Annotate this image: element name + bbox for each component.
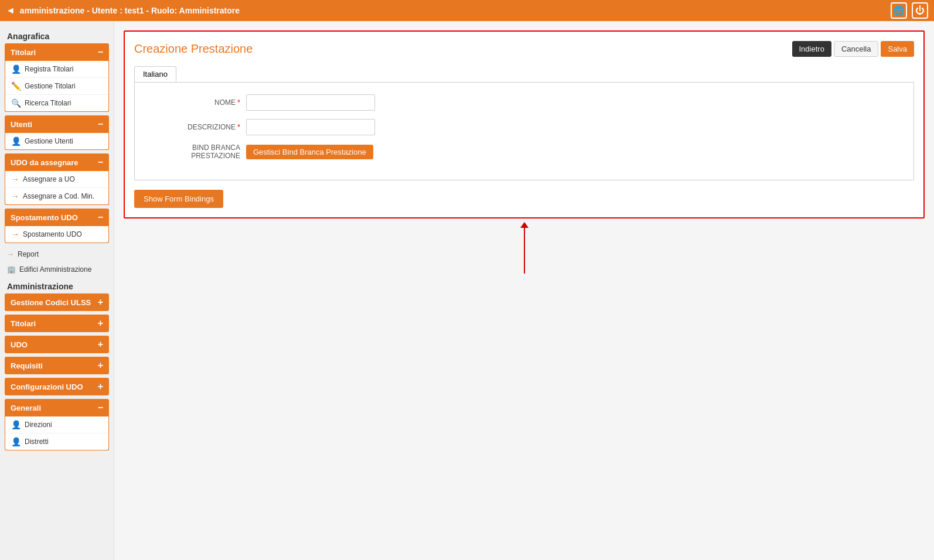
form-row-bind-branca: BIND BRANCA PRESTAZIONE Gestisci Bind Br… bbox=[146, 144, 902, 160]
sidebar-group-header-gestione-codici-ulss[interactable]: Gestione Codici ULSS + bbox=[5, 293, 109, 311]
btn-show-form-bindings[interactable]: Show Form Bindings bbox=[134, 190, 223, 208]
user-icon-2: 👤 bbox=[11, 136, 21, 146]
sidebar-item-gestione-titolari[interactable]: ✏️ Gestione Titolari bbox=[5, 78, 108, 95]
sidebar-group-label-utenti: Utenti bbox=[11, 120, 32, 129]
form-row-nome: NOME * bbox=[146, 94, 902, 111]
sidebar-group-header-configurazioni-udo[interactable]: Configurazioni UDO + bbox=[5, 378, 109, 395]
sidebar-group-header-generali[interactable]: Generali − bbox=[5, 399, 109, 416]
building-icon: 🏢 bbox=[7, 265, 16, 274]
sidebar-group-titolari: Titolari − 👤 Registra Titolari ✏️ Gestio… bbox=[5, 43, 109, 112]
topbar-title: amministrazione - Utente : test1 - Ruolo… bbox=[20, 6, 240, 15]
sidebar-group-titolari-admin: Titolari + bbox=[5, 315, 109, 332]
sidebar-group-spostamento-udo: Spostamento UDO − → Spostamento UDO bbox=[5, 209, 109, 243]
sidebar-item-assegnare-uo[interactable]: → Assegnare a UO bbox=[5, 171, 108, 188]
topbar: ◄ amministrazione - Utente : test1 - Ruo… bbox=[0, 0, 934, 21]
topbar-title-area: ◄ amministrazione - Utente : test1 - Ruo… bbox=[6, 5, 240, 16]
sidebar-label-assegnare-uo: Assegnare a UO bbox=[23, 175, 75, 183]
sidebar-group-items-udo-assegnare: → Assegnare a UO → Assegnare a Cod. Min. bbox=[5, 171, 109, 205]
tab-bar: Italiano bbox=[134, 66, 914, 82]
required-descrizione: * bbox=[237, 123, 240, 131]
user-icon-dist: 👤 bbox=[11, 437, 21, 446]
input-descrizione[interactable] bbox=[246, 119, 375, 135]
label-nome: NOME * bbox=[146, 98, 240, 107]
sidebar-item-spostamento-udo[interactable]: → Spostamento UDO bbox=[5, 226, 108, 243]
btn-indietro[interactable]: Indietro bbox=[792, 41, 831, 57]
tab-italiano[interactable]: Italiano bbox=[134, 66, 176, 82]
sidebar-toggle-titolari-admin: + bbox=[98, 318, 103, 329]
sidebar-item-registra-titolari[interactable]: 👤 Registra Titolari bbox=[5, 61, 108, 78]
sidebar-toggle-gestione-codici-ulss: + bbox=[98, 297, 103, 308]
sidebar-group-label-generali: Generali bbox=[11, 404, 41, 412]
sidebar-group-header-udo-admin[interactable]: UDO + bbox=[5, 336, 109, 353]
sidebar-group-label-udo-admin: UDO bbox=[11, 340, 28, 349]
btn-cancella[interactable]: Cancella bbox=[834, 41, 879, 57]
sidebar-group-label-gestione-codici-ulss: Gestione Codici ULSS bbox=[11, 298, 91, 307]
sidebar-item-direzioni[interactable]: 👤 Direzioni bbox=[5, 416, 108, 433]
search-icon: 🔍 bbox=[11, 98, 21, 108]
sidebar-label-spostamento-udo: Spostamento UDO bbox=[23, 230, 82, 238]
sidebar-label-gestione-utenti: Gestione Utenti bbox=[25, 137, 73, 145]
sidebar-item-gestione-utenti[interactable]: 👤 Gestione Utenti bbox=[5, 133, 108, 149]
sidebar-group-header-titolari[interactable]: Titolari − bbox=[5, 43, 109, 61]
sidebar-group-items-titolari: 👤 Registra Titolari ✏️ Gestione Titolari… bbox=[5, 61, 109, 112]
topbar-actions: 🌐 ⏻ bbox=[891, 2, 928, 19]
form-title: Creazione Prestazione bbox=[134, 42, 253, 56]
sidebar-group-items-generali: 👤 Direzioni 👤 Distretti bbox=[5, 416, 109, 450]
sidebar-label-gestione-titolari: Gestione Titolari bbox=[25, 82, 76, 90]
sidebar-group-items-utenti: 👤 Gestione Utenti bbox=[5, 133, 109, 150]
arrow-line bbox=[524, 227, 525, 274]
sidebar-group-items-spostamento-udo: → Spostamento UDO bbox=[5, 226, 109, 243]
sidebar-toggle-configurazioni-udo: + bbox=[98, 381, 103, 392]
sidebar-toggle-requisiti: + bbox=[98, 360, 103, 371]
globe-button[interactable]: 🌐 bbox=[891, 2, 907, 19]
sidebar-group-label-configurazioni-udo: Configurazioni UDO bbox=[11, 383, 83, 391]
sidebar-group-udo-admin: UDO + bbox=[5, 336, 109, 353]
sidebar-label-ricerca-titolari: Ricerca Titolari bbox=[25, 99, 71, 107]
sidebar-toggle-udo-admin: + bbox=[98, 339, 103, 350]
sidebar-toggle-spostamento-udo: − bbox=[98, 212, 103, 223]
sidebar-group-configurazioni-udo: Configurazioni UDO + bbox=[5, 378, 109, 395]
sidebar-toggle-utenti: − bbox=[98, 119, 103, 129]
section-amministrazione: Amministrazione bbox=[5, 277, 109, 293]
sidebar-label-assegnare-cod-min: Assegnare a Cod. Min. bbox=[23, 192, 94, 200]
sidebar-group-header-udo-assegnare[interactable]: UDO da assegnare − bbox=[5, 153, 109, 171]
label-bind-branca: BIND BRANCA PRESTAZIONE bbox=[146, 144, 240, 160]
sidebar-group-gestione-codici-ulss: Gestione Codici ULSS + bbox=[5, 293, 109, 311]
sidebar-item-distretti[interactable]: 👤 Distretti bbox=[5, 433, 108, 450]
sidebar-group-label-requisiti: Requisiti bbox=[11, 361, 43, 370]
sidebar-group-header-utenti[interactable]: Utenti − bbox=[5, 115, 109, 133]
sidebar-item-report[interactable]: → Report bbox=[5, 247, 109, 262]
label-descrizione: DESCRIZIONE * bbox=[146, 123, 240, 131]
sidebar-item-assegnare-cod-min[interactable]: → Assegnare a Cod. Min. bbox=[5, 188, 108, 204]
sidebar: Anagrafica Titolari − 👤 Registra Titolar… bbox=[0, 21, 114, 560]
sidebar-group-label-udo-assegnare: UDO da assegnare bbox=[11, 158, 79, 167]
sidebar-toggle-udo-assegnare: − bbox=[98, 157, 103, 168]
content-area: Creazione Prestazione Indietro Cancella … bbox=[114, 21, 934, 560]
btn-salva[interactable]: Salva bbox=[881, 41, 914, 57]
sidebar-item-edifici[interactable]: 🏢 Edifici Amministrazione bbox=[5, 262, 109, 277]
form-card-header: Creazione Prestazione Indietro Cancella … bbox=[134, 41, 914, 57]
input-nome[interactable] bbox=[246, 94, 375, 111]
arrow-icon-3: → bbox=[11, 230, 19, 239]
sidebar-group-requisiti: Requisiti + bbox=[5, 357, 109, 374]
sidebar-group-header-titolari-admin[interactable]: Titolari + bbox=[5, 315, 109, 332]
sidebar-group-udo-assegnare: UDO da assegnare − → Assegnare a UO → As… bbox=[5, 153, 109, 205]
main-layout: Anagrafica Titolari − 👤 Registra Titolar… bbox=[0, 21, 934, 560]
form-card: Creazione Prestazione Indietro Cancella … bbox=[124, 30, 925, 218]
sidebar-item-ricerca-titolari[interactable]: 🔍 Ricerca Titolari bbox=[5, 95, 108, 111]
topbar-arrow-icon[interactable]: ◄ bbox=[6, 5, 15, 16]
edit-icon: ✏️ bbox=[11, 81, 21, 91]
user-icon: 👤 bbox=[11, 64, 21, 74]
sidebar-group-utenti: Utenti − 👤 Gestione Utenti bbox=[5, 115, 109, 150]
arrow-icon-2: → bbox=[11, 192, 19, 201]
sidebar-group-header-spostamento-udo[interactable]: Spostamento UDO − bbox=[5, 209, 109, 226]
sidebar-label-distretti: Distretti bbox=[25, 438, 49, 446]
sidebar-group-header-requisiti[interactable]: Requisiti + bbox=[5, 357, 109, 374]
btn-gestisci-bind[interactable]: Gestisci Bind Branca Prestazione bbox=[246, 145, 373, 159]
arrow-icon-1: → bbox=[11, 175, 19, 184]
power-button[interactable]: ⏻ bbox=[912, 2, 928, 19]
arrow-annotation bbox=[124, 221, 925, 279]
arrow-icon-report: → bbox=[7, 250, 14, 258]
sidebar-group-label-spostamento-udo: Spostamento UDO bbox=[11, 213, 78, 222]
sidebar-group-label-titolari: Titolari bbox=[11, 48, 36, 57]
